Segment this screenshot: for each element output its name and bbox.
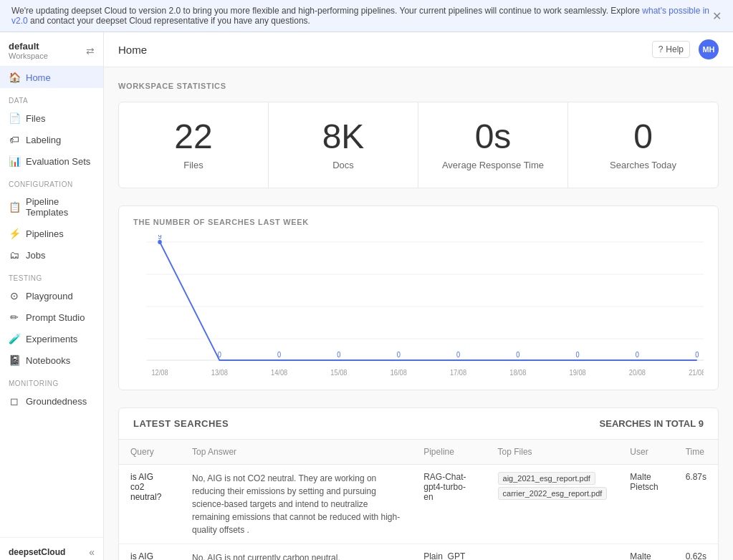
stat-files-label: Files bbox=[133, 160, 254, 170]
sidebar-item-prompt-studio-label: Prompt Studio bbox=[26, 312, 85, 323]
svg-text:0: 0 bbox=[397, 351, 401, 359]
stat-searches-today-label: Searches Today bbox=[583, 160, 704, 170]
sidebar-item-pipeline-templates-label: Pipeline Templates bbox=[26, 196, 95, 218]
latest-searches-section: LATEST SEARCHES SEARCHES IN TOTAL 9 Quer… bbox=[118, 407, 719, 560]
sidebar-item-labeling[interactable]: 🏷 Labeling bbox=[0, 129, 103, 150]
sidebar-logo: deepsetCloud « bbox=[0, 537, 103, 560]
sidebar-item-home-label: Home bbox=[26, 72, 51, 83]
cell-query: is AIG co2 neutral? bbox=[119, 544, 181, 561]
svg-text:21/08: 21/08 bbox=[689, 369, 704, 377]
sidebar-item-groundedness[interactable]: ◻ Groundedness bbox=[0, 390, 103, 412]
svg-text:20/08: 20/08 bbox=[629, 369, 646, 377]
sidebar-item-home[interactable]: 🏠 Home bbox=[0, 67, 103, 88]
col-top-answer: Top Answer bbox=[181, 440, 412, 465]
col-user: User bbox=[618, 440, 674, 465]
stat-searches-today: 0 Searches Today bbox=[568, 102, 718, 188]
avatar[interactable]: MH bbox=[699, 39, 719, 59]
searches-table: Query Top Answer Pipeline Top Files User… bbox=[119, 440, 718, 560]
svg-text:13/08: 13/08 bbox=[211, 369, 228, 377]
workspace-info: default Workspace bbox=[9, 41, 48, 60]
col-top-files: Top Files bbox=[487, 440, 619, 465]
cell-time: 0.62s bbox=[674, 544, 718, 561]
sidebar-item-pipelines[interactable]: ⚡ Pipelines bbox=[0, 223, 103, 244]
stats-grid: 22 Files 8K Docs 0s Average Response Tim… bbox=[118, 102, 719, 188]
groundedness-icon: ◻ bbox=[9, 395, 20, 407]
svg-text:0: 0 bbox=[516, 351, 519, 359]
workspace-header: default Workspace ⇄ bbox=[0, 32, 103, 67]
experiments-icon: 🧪 bbox=[9, 333, 20, 344]
svg-text:0: 0 bbox=[576, 351, 580, 359]
cell-pipeline: Plain_GPT bbox=[412, 544, 486, 561]
table-row: is AIG co2 neutral?No, AIG is not curren… bbox=[119, 544, 718, 561]
svg-text:0: 0 bbox=[636, 351, 639, 359]
banner-close-button[interactable]: ✕ bbox=[712, 9, 722, 23]
topbar: Home ? Help MH bbox=[104, 32, 733, 67]
svg-text:12/08: 12/08 bbox=[151, 369, 168, 377]
svg-text:0: 0 bbox=[337, 351, 340, 359]
sidebar-item-files[interactable]: 📄 Files bbox=[0, 107, 103, 129]
stat-avg-response: 0s Average Response Time bbox=[418, 102, 568, 188]
logo-text: deepsetCloud bbox=[9, 547, 65, 557]
cell-user: Malte Pietsch bbox=[618, 544, 674, 561]
cell-files: aig_2021_esg_report.pdfcarrier_2022_esg_… bbox=[487, 465, 619, 544]
files-icon: 📄 bbox=[9, 112, 20, 124]
playground-icon: ⊙ bbox=[9, 290, 20, 301]
stat-docs: 8K Docs bbox=[269, 102, 418, 188]
sidebar-item-evaluation-sets[interactable]: 📊 Evaluation Sets bbox=[0, 150, 103, 172]
help-button[interactable]: ? Help bbox=[652, 41, 690, 58]
table-header: LATEST SEARCHES SEARCHES IN TOTAL 9 bbox=[119, 408, 718, 440]
svg-text:14/08: 14/08 bbox=[271, 369, 287, 377]
notebooks-icon: 📓 bbox=[9, 354, 20, 366]
pipeline-templates-icon: 📋 bbox=[9, 201, 20, 213]
sidebar-item-playground-label: Playground bbox=[26, 291, 73, 301]
nav-section-testing: Testing bbox=[0, 266, 103, 285]
sidebar-item-files-label: Files bbox=[26, 113, 45, 124]
home-icon: 🏠 bbox=[9, 72, 20, 83]
labeling-icon: 🏷 bbox=[9, 134, 20, 145]
banner-text: We're updating deepset Cloud to version … bbox=[11, 6, 712, 26]
svg-text:16/08: 16/08 bbox=[391, 369, 407, 377]
table-row: is AIG co2 neutral?No, AIG is not CO2 ne… bbox=[119, 465, 718, 544]
stats-section-label: WORKSPACE STATISTICS bbox=[118, 82, 719, 90]
main-content: Home ? Help MH WORKSPACE STATISTICS 22 F… bbox=[104, 32, 733, 560]
cell-time: 6.87s bbox=[674, 465, 718, 544]
update-banner: We're updating deepset Cloud to version … bbox=[0, 0, 733, 32]
topbar-right: ? Help MH bbox=[652, 39, 719, 59]
svg-text:18/08: 18/08 bbox=[509, 369, 526, 377]
workspace-sub: Workspace bbox=[9, 52, 48, 60]
sidebar-item-jobs[interactable]: 🗂 Jobs bbox=[0, 244, 103, 266]
prompt-studio-icon: ✏ bbox=[9, 312, 20, 323]
stat-docs-value: 8K bbox=[283, 120, 403, 154]
chart-area: 9 0 0 0 0 0 0 0 0 0 12/08 13/08 14/08 bbox=[133, 235, 704, 378]
sidebar: default Workspace ⇄ 🏠 Home Data 📄 Files … bbox=[0, 32, 104, 560]
svg-text:0: 0 bbox=[695, 351, 699, 359]
col-query: Query bbox=[119, 440, 181, 465]
evaluation-sets-icon: 📊 bbox=[9, 155, 20, 167]
col-pipeline: Pipeline bbox=[412, 440, 486, 465]
col-time: Time bbox=[674, 440, 718, 465]
sidebar-item-experiments[interactable]: 🧪 Experiments bbox=[0, 328, 103, 349]
svg-text:17/08: 17/08 bbox=[450, 369, 466, 377]
stat-avg-response-label: Average Response Time bbox=[433, 160, 553, 170]
workspace-name: default bbox=[9, 41, 48, 52]
sidebar-item-pipeline-templates[interactable]: 📋 Pipeline Templates bbox=[0, 191, 103, 223]
cell-files bbox=[487, 544, 619, 561]
stat-docs-label: Docs bbox=[283, 160, 403, 170]
sidebar-item-notebooks[interactable]: 📓 Notebooks bbox=[0, 349, 103, 371]
sidebar-item-jobs-label: Jobs bbox=[26, 250, 45, 261]
pipelines-icon: ⚡ bbox=[9, 228, 20, 239]
svg-text:19/08: 19/08 bbox=[570, 369, 586, 377]
sidebar-item-groundedness-label: Groundedness bbox=[26, 396, 87, 407]
swap-workspace-icon[interactable]: ⇄ bbox=[86, 45, 95, 57]
sidebar-collapse-button[interactable]: « bbox=[89, 546, 95, 558]
cell-answer: No, AIG is not currently carbon neutral. bbox=[181, 544, 412, 561]
svg-text:0: 0 bbox=[277, 351, 281, 359]
sidebar-item-prompt-studio[interactable]: ✏ Prompt Studio bbox=[0, 306, 103, 328]
help-circle-icon: ? bbox=[658, 44, 663, 54]
sidebar-item-playground[interactable]: ⊙ Playground bbox=[0, 285, 103, 306]
sidebar-item-evaluation-sets-label: Evaluation Sets bbox=[26, 156, 90, 167]
nav-section-monitoring: Monitoring bbox=[0, 371, 103, 390]
content-area: WORKSPACE STATISTICS 22 Files 8K Docs 0s… bbox=[104, 67, 733, 560]
searches-total: SEARCHES IN TOTAL 9 bbox=[600, 418, 704, 429]
svg-text:0: 0 bbox=[456, 351, 460, 359]
